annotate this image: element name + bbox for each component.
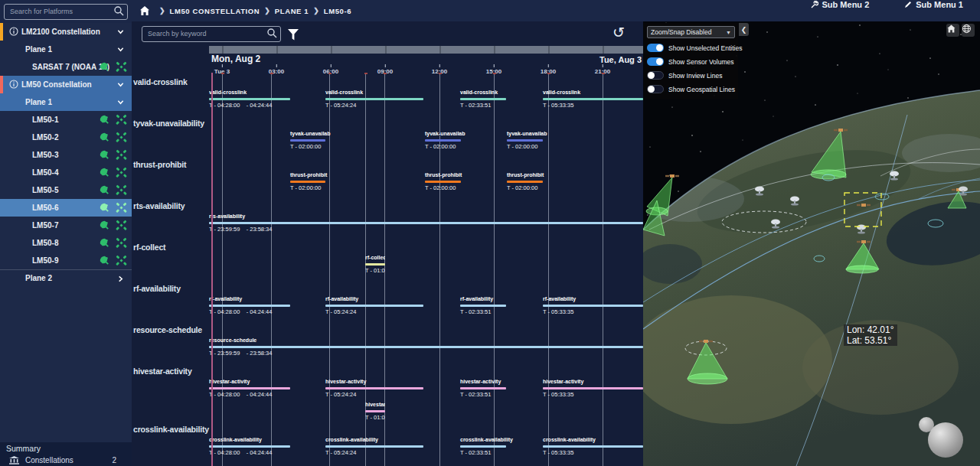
menu-sub-menu-2[interactable]: Sub Menu 2 [806,0,874,10]
sidebar-item-plane-2[interactable]: Plane 2 [0,269,132,287]
event-bar[interactable] [209,346,643,348]
timeline-event[interactable]: crosslink-availabilityT - 05:33:35 [543,437,643,457]
toggle-show-unselected-entities[interactable]: Show Unselected Entities [647,44,735,52]
event-bar[interactable] [325,387,423,389]
info-icon[interactable] [9,27,18,36]
timeline-reset-icon[interactable]: ↺ [608,23,629,41]
timeline-scrollbar[interactable] [209,46,643,54]
sidebar-item-lm50-2[interactable]: LM50-2 [0,129,132,146]
dish-icon[interactable] [99,184,110,196]
dish-icon[interactable] [99,237,110,249]
timeline-event[interactable]: crosslink-availabilityT - 04:28:00 - 04:… [209,437,336,457]
satellite-icon[interactable] [116,61,127,73]
breadcrumb-item-lm50-constellation[interactable]: LM50 CONSTELLATION [170,7,260,15]
sidebar-item-lm50-4[interactable]: LM50-4 [0,164,132,181]
timeline-event[interactable]: hivestar-activityT - 05:24:24 [325,379,469,399]
event-bar[interactable] [507,139,543,142]
timeline-event[interactable]: rf-availabilityT - 05:33:35 [543,296,643,316]
keyword-search-input[interactable] [142,26,281,42]
event-bar[interactable] [290,139,325,142]
event-bar[interactable] [209,445,290,448]
sidebar-item-lm50-8[interactable]: LM50-8 [0,234,132,252]
timeline-event[interactable]: hivestar-activityT - 02:33:51 [460,379,552,399]
toggle-show-inview-lines[interactable]: Show Inview Lines [647,71,735,80]
sidebar-item-lm50-constellation[interactable]: LM50 Constellation [0,76,132,93]
satellite-icon[interactable] [116,114,127,125]
toggle-switch[interactable] [647,85,664,93]
satellite-icon[interactable] [116,255,127,266]
timeline-event[interactable]: tyvak-unavailabT - 02:00:00 [290,131,371,151]
chevron-right-icon[interactable] [117,275,124,282]
breadcrumb-item-plane-1[interactable]: PLANE 1 [275,7,309,15]
event-bar[interactable] [325,98,423,100]
menu-sub-menu-1[interactable]: Sub Menu 1 [900,0,968,10]
panel-collapse-button[interactable]: ❮ [739,23,749,36]
dish-icon[interactable] [99,149,110,161]
dish-icon[interactable] [99,255,110,266]
timeline-event[interactable]: tyvak-unavailabT - 02:00:00 [425,131,507,151]
filter-icon[interactable] [288,29,299,41]
home-view-button[interactable] [946,24,959,37]
timeline-event[interactable]: crosslink-availabilityT - 05:24:24 [325,437,469,457]
timeline-event[interactable]: valid-crosslinkT - 05:33:35 [543,90,643,109]
timeline-event[interactable]: rf-availabilityT - 04:28:00 - 04:24:44 [209,296,336,316]
event-bar[interactable] [543,387,643,389]
sidebar-item-lm50-9[interactable]: LM50-9 [0,252,132,269]
timeline-event[interactable]: valid-crosslinkT - 02:33:51 [460,90,552,109]
gantt-plot[interactable]: valid-crosslinkT - 04:28:00 - 04:24:44va… [209,73,643,466]
sidebar-item-lm50-6[interactable]: LM50-6 [0,199,132,217]
dish-icon[interactable] [99,61,110,73]
event-bar[interactable] [460,445,506,448]
timeline-event[interactable]: thrust-prohibitT - 02:00:00 [290,172,371,192]
search-icon[interactable] [113,5,124,16]
breadcrumb-item-lm50-6[interactable]: LM50-6 [324,7,351,15]
event-bar[interactable] [425,181,461,183]
event-bar[interactable] [209,98,290,100]
timeline-event[interactable]: rf-availabilityT - 02:33:51 [460,296,552,316]
summary-row-constellations[interactable]: Constellations 2 [6,456,126,464]
toggle-switch[interactable] [647,57,664,66]
timeline-event[interactable]: tyvak-unavailabT - 02:00:00 [507,131,589,151]
timeline-event[interactable]: thrust-prohibitT - 02:00:00 [507,172,589,192]
timeline-event[interactable]: rf-availabilityT - 05:24:24 [325,296,469,316]
event-bar[interactable] [290,181,325,183]
event-bar[interactable] [325,305,423,307]
dish-icon[interactable] [99,114,110,125]
timeline-event[interactable]: hivestar-activityT - 04:28:00 - 04:24:44 [209,379,336,399]
event-bar[interactable] [209,387,290,389]
zoom-snap-dropdown[interactable]: Zoom/Snap Disabled ▼ [647,26,735,38]
dish-icon[interactable] [99,202,110,213]
event-bar[interactable] [543,305,643,307]
timeline-event[interactable]: hivestar-activityT - 05:33:35 [543,379,643,399]
event-bar[interactable] [543,98,643,100]
sidebar-item-lm50-1[interactable]: LM50-1 [0,111,132,129]
sidebar-item-sarsat-7-noaa-15-[interactable]: SARSAT 7 (NOAA 15) [0,58,132,76]
home-icon[interactable] [139,5,150,16]
satellite-icon[interactable] [116,149,127,161]
satellite-icon[interactable] [116,184,127,196]
timeline-event[interactable]: crosslink-availabilityT - 02:33:51 [460,437,552,457]
sidebar-item-lm50-3[interactable]: LM50-3 [0,146,132,164]
dish-icon[interactable] [99,167,110,178]
satellite-icon[interactable] [116,167,127,178]
satellite-icon[interactable] [116,220,127,231]
toggle-show-sensor-volumes[interactable]: Show Sensor Volumes [647,57,735,66]
sidebar-item-plane-1[interactable]: Plane 1 [0,41,132,58]
toggle-switch[interactable] [647,44,664,52]
timeline-event[interactable]: valid-crosslinkT - 05:24:24 [325,90,469,109]
event-bar[interactable] [365,263,385,266]
search-icon[interactable] [266,28,277,38]
event-bar[interactable] [365,410,385,412]
globe-view[interactable]: Zoom/Snap Disabled ▼ Show Unselected Ent… [643,21,980,466]
globe-mode-button[interactable] [962,24,975,37]
event-bar[interactable] [209,222,643,224]
timeline-event[interactable]: rf-collectT - 01:00:00 [365,255,385,275]
timeline-event[interactable]: thrust-prohibitT - 02:00:00 [425,172,507,192]
chevron-down-icon[interactable] [117,81,124,88]
satellite-icon[interactable] [116,202,127,213]
satellite-icon[interactable] [116,237,127,249]
satellite-icon[interactable] [116,132,127,143]
toggle-show-geospatial-lines[interactable]: Show Geospatial Lines [647,85,735,93]
platform-search-input[interactable] [4,4,128,20]
event-bar[interactable] [425,139,461,142]
